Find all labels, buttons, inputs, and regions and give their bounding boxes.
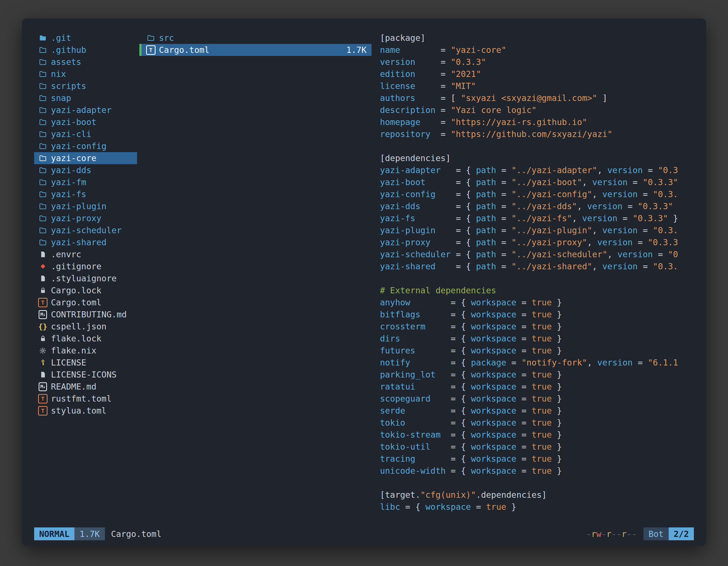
file-preview-pane: [package]name = "yazi-core"version = "0.… [380,32,694,523]
preview-line [380,140,694,152]
file-row-flake.nix[interactable]: flake.nix [34,344,137,356]
preview-line: crossterm = { workspace = true } [380,320,694,332]
preview-line: homepage = "https://yazi-rs.github.io" [380,116,694,128]
entry-name: Cargo.lock [51,285,102,295]
file-row-Cargo.toml[interactable]: TCargo.toml [34,296,137,308]
entry-size: 1.7K [346,45,369,55]
dir-row-yazi-fs[interactable]: yazi-fs [34,188,137,200]
preview-line: notify = { package = "notify-fork", vers… [380,356,694,368]
preview-line: license = "MIT" [380,80,694,92]
entry-name: .styluaignore [51,274,117,283]
preview-line: # External dependencies [380,284,694,296]
preview-line: yazi-config = { path = "../yazi-config",… [380,188,694,200]
entry-name: .envrc [51,250,81,259]
gear-icon [37,347,49,354]
cursor-counter-badge: 2/2 [669,527,694,540]
folder-git-icon [37,34,49,42]
toml-icon: T [37,298,49,307]
entry-name: yazi-proxy [51,213,102,223]
file-row-.gitignore[interactable]: .gitignore [34,261,137,273]
file-icon [37,371,49,378]
file-row-rustfmt.toml[interactable]: Trustfmt.toml [34,393,137,405]
folder-icon [37,106,49,114]
entry-name: yazi-cli [51,129,91,139]
status-filename: Cargo.toml [111,529,162,539]
parent-directory-pane[interactable]: .git.githubassetsnixscriptssnapyazi-adap… [34,32,137,523]
folder-icon [37,94,49,102]
entry-name: snap [51,93,71,103]
dir-row-yazi-boot[interactable]: yazi-boot [34,116,137,128]
entry-name: yazi-core [51,153,97,163]
preview-line: name = "yazi-core" [380,44,694,56]
dir-row-yazi-plugin[interactable]: yazi-plugin [34,200,137,212]
file-row-LICENSE-ICONS[interactable]: LICENSE-ICONS [34,368,137,380]
folder-icon [145,34,157,42]
dir-row-yazi-shared[interactable]: yazi-shared [34,236,137,248]
preview-line: version = "0.3.3" [380,56,694,68]
entry-name: src [159,33,174,43]
dir-row-yazi-config[interactable]: yazi-config [34,140,137,152]
entry-name: yazi-scheduler [51,226,122,235]
preview-line: yazi-dds = { path = "../yazi-dds", versi… [380,200,694,212]
entry-name: Cargo.toml [51,297,102,307]
folder-icon [37,154,49,163]
entry-name: yazi-boot [51,117,97,127]
preview-line: [package] [380,32,694,44]
entry-name: flake.lock [51,333,102,343]
dir-row-yazi-scheduler[interactable]: yazi-scheduler [34,224,137,236]
entry-name: scripts [51,81,86,91]
preview-line: futures = { workspace = true } [380,344,694,356]
file-row-.envrc[interactable]: .envrc [34,248,137,261]
folder-icon [37,130,49,139]
json-icon: {} [37,322,49,331]
toml-icon: T [37,406,49,415]
dir-row-yazi-core[interactable]: yazi-core [34,152,137,164]
preview-line: yazi-adapter = { path = "../yazi-adapter… [380,164,694,176]
dir-row-.github[interactable]: .github [34,44,137,56]
folder-icon [37,70,49,78]
current-directory-pane[interactable]: srcTCargo.toml1.7K [139,32,372,523]
file-row-Cargo.toml[interactable]: TCargo.toml1.7K [139,44,372,56]
file-row-CONTRIBUTING.md[interactable]: M↓CONTRIBUTING.md [34,308,137,320]
file-row-LICENSE[interactable]: LICENSE [34,356,137,368]
folder-icon [37,82,49,90]
folder-icon [37,190,49,199]
dir-row-yazi-fm[interactable]: yazi-fm [34,176,137,188]
entry-name: assets [51,57,81,67]
file-row-Cargo.lock[interactable]: Cargo.lock [34,284,137,296]
dir-row-yazi-adapter[interactable]: yazi-adapter [34,104,137,116]
entry-name: .github [51,45,86,55]
dir-row-scripts[interactable]: scripts [34,80,137,92]
file-row-flake.lock[interactable]: flake.lock [34,332,137,344]
preview-line: serde = { workspace = true } [380,405,694,417]
preview-line: description = "Yazi core logic" [380,104,694,116]
folder-icon [37,166,49,175]
dir-row-assets[interactable]: assets [34,56,137,68]
dir-row-yazi-dds[interactable]: yazi-dds [34,164,137,176]
file-row-stylua.toml[interactable]: Tstylua.toml [34,405,137,417]
preview-line: unicode-width = { workspace = true } [380,465,694,477]
dir-row-src[interactable]: src [139,32,372,44]
file-row-.styluaignore[interactable]: .styluaignore [34,273,137,284]
file-row-README.md[interactable]: M↓README.md [34,380,137,393]
lock-icon [37,286,49,294]
file-row-cspell.json[interactable]: {}cspell.json [34,320,137,332]
dir-row-.git[interactable]: .git [34,32,137,44]
preview-line: [target."cfg(unix)".dependencies] [380,489,694,501]
folder-icon [37,118,49,126]
dir-row-snap[interactable]: snap [34,92,137,104]
preview-line: yazi-boot = { path = "../yazi-boot", ver… [380,176,694,188]
preview-line: anyhow = { workspace = true } [380,296,694,308]
folder-icon [37,226,49,235]
entry-name: yazi-shared [51,238,107,247]
preview-line: tokio-stream = { workspace = true } [380,429,694,441]
key-icon [37,359,49,366]
entry-name: yazi-plugin [51,201,107,211]
entry-name: LICENSE-ICONS [51,370,117,379]
dir-row-yazi-proxy[interactable]: yazi-proxy [34,212,137,224]
folder-icon [37,58,49,66]
preview-line: parking_lot = { workspace = true } [380,368,694,380]
dir-row-nix[interactable]: nix [34,68,137,80]
entry-name: nix [51,69,66,79]
dir-row-yazi-cli[interactable]: yazi-cli [34,128,137,140]
